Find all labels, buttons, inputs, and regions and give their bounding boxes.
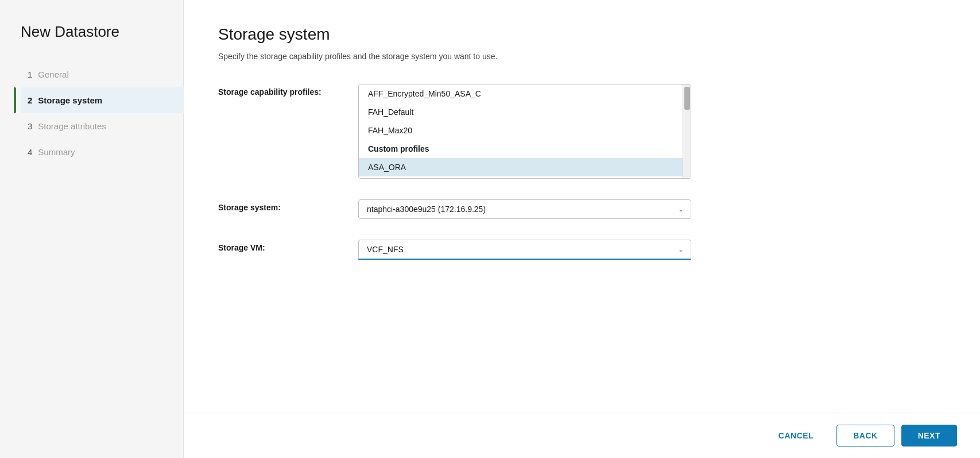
step-num-2: 2 xyxy=(28,95,32,105)
cancel-button[interactable]: CANCEL xyxy=(762,425,830,446)
step-label-storage-system: Storage system xyxy=(38,95,102,105)
storage-system-control: ntaphci-a300e9u25 (172.16.9.25) ⌄ xyxy=(358,199,691,219)
listbox-inner[interactable]: AFF_Encrypted_Min50_ASA_CFAH_DefaultFAH_… xyxy=(359,84,691,178)
chevron-down-icon: ⌄ xyxy=(678,205,684,213)
step-label-general: General xyxy=(38,70,68,79)
capability-profiles-listbox[interactable]: AFF_Encrypted_Min50_ASA_CFAH_DefaultFAH_… xyxy=(358,84,691,179)
listbox-item[interactable]: Custom profiles xyxy=(359,140,691,158)
step-label-summary: Summary xyxy=(38,147,75,157)
listbox-item[interactable]: FAH_Default xyxy=(359,103,691,121)
capability-profiles-row: Storage capability profiles: AFF_Encrypt… xyxy=(218,84,946,179)
listbox-scrollbar xyxy=(683,84,691,178)
footer: CANCEL BACK NEXT xyxy=(184,413,980,458)
step-num-1: 1 xyxy=(28,70,32,79)
storage-system-value: ntaphci-a300e9u25 (172.16.9.25) xyxy=(367,205,486,214)
content-description: Specify the storage capability profiles … xyxy=(218,52,946,61)
back-button[interactable]: BACK xyxy=(836,425,894,447)
step-label-storage-attributes: Storage attributes xyxy=(38,121,106,131)
scrollbar-thumb xyxy=(684,87,690,110)
storage-system-row: Storage system: ntaphci-a300e9u25 (172.1… xyxy=(218,199,946,219)
form-section: Storage capability profiles: AFF_Encrypt… xyxy=(218,84,946,260)
storage-vm-value: VCF_NFS xyxy=(367,245,404,254)
storage-vm-control: VCF_NFS ⌄ xyxy=(358,240,691,260)
sidebar: New Datastore 1 General 2 Storage system… xyxy=(0,0,184,458)
next-button[interactable]: NEXT xyxy=(901,425,957,447)
listbox-item[interactable]: AFF_Encrypted_Min50_ASA_C xyxy=(359,84,691,103)
step-num-4: 4 xyxy=(28,147,32,157)
content-title: Storage system xyxy=(218,25,946,44)
storage-vm-label: Storage VM: xyxy=(218,240,344,252)
page-title: New Datastore xyxy=(21,23,183,41)
storage-system-label: Storage system: xyxy=(218,199,344,212)
listbox-item[interactable]: ASA_ORA xyxy=(359,158,691,176)
capability-profiles-label: Storage capability profiles: xyxy=(218,84,344,97)
listbox-item[interactable]: FAH_Max20 xyxy=(359,121,691,140)
storage-system-dropdown[interactable]: ntaphci-a300e9u25 (172.16.9.25) ⌄ xyxy=(358,199,691,219)
chevron-down-icon-vm: ⌄ xyxy=(678,245,684,253)
sidebar-item-summary[interactable]: 4 Summary xyxy=(21,139,183,165)
capability-profiles-control: AFF_Encrypted_Min50_ASA_CFAH_DefaultFAH_… xyxy=(358,84,691,179)
storage-vm-row: Storage VM: VCF_NFS ⌄ xyxy=(218,240,946,260)
sidebar-item-general[interactable]: 1 General xyxy=(21,61,183,87)
sidebar-item-storage-attributes[interactable]: 3 Storage attributes xyxy=(21,113,183,139)
step-num-3: 3 xyxy=(28,121,32,131)
nav-steps: 1 General 2 Storage system 3 Storage att… xyxy=(21,61,183,165)
main-content: Storage system Specify the storage capab… xyxy=(184,0,980,458)
sidebar-item-storage-system[interactable]: 2 Storage system xyxy=(21,87,184,113)
storage-vm-dropdown[interactable]: VCF_NFS ⌄ xyxy=(358,240,691,260)
